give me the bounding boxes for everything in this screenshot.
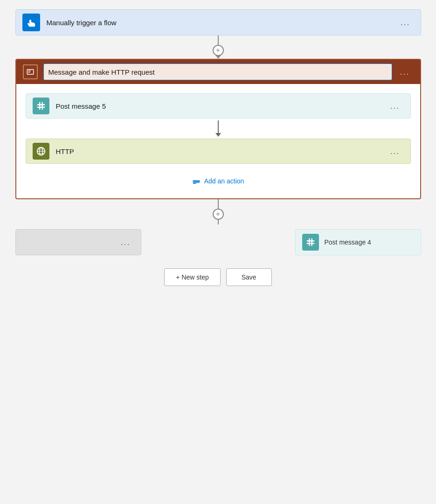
add-step-button-2[interactable]: + (213, 209, 224, 220)
teams-action-icon (33, 98, 49, 114)
http-label: HTTP (56, 147, 387, 155)
post-message-5-more-button[interactable]: ... (386, 99, 403, 113)
svg-rect-8 (193, 181, 200, 182)
http-action-icon (33, 143, 49, 160)
add-action-button[interactable]: Add an action (185, 173, 252, 189)
scope-icon (26, 68, 35, 76)
post-message-4-teams-icon (305, 237, 316, 247)
svg-rect-2 (28, 72, 30, 73)
scope-block: ... Post message 5 ... (15, 59, 421, 199)
scope-body: Post message 5 ... (16, 84, 420, 198)
inner-connector-arrow (215, 133, 221, 137)
hand-icon (26, 17, 36, 28)
svg-rect-1 (28, 70, 30, 71)
connector-1: + (213, 35, 224, 59)
trigger-icon (22, 14, 40, 31)
teams-icon (36, 101, 46, 111)
post-message-4-icon (302, 234, 319, 251)
bottom-area: ... Post message 4 (15, 229, 421, 255)
inner-connector (215, 120, 221, 137)
connector-line-2 (218, 199, 219, 209)
bottom-left-more-button[interactable]: ... (117, 236, 134, 249)
svg-rect-10 (193, 183, 196, 184)
new-step-button[interactable]: + New step (164, 268, 220, 286)
trigger-block: Manually trigger a flow ... (15, 9, 421, 35)
http-more-button[interactable]: ... (386, 145, 403, 158)
connector-2: + (213, 199, 224, 224)
trigger-label: Manually trigger a flow (47, 19, 397, 27)
svg-rect-9 (193, 182, 200, 183)
connector-arrow-1 (215, 55, 221, 59)
svg-rect-0 (27, 70, 34, 75)
scope-header: ... (16, 60, 420, 84)
scope-title-input[interactable] (43, 63, 393, 80)
scope-header-icon (23, 64, 38, 79)
footer-buttons: + New step Save (164, 268, 271, 286)
inner-connector-line (218, 120, 219, 133)
bottom-left-block: ... (15, 229, 141, 255)
add-action-icon (192, 177, 201, 185)
scope-more-button[interactable]: ... (396, 65, 413, 79)
add-action-label: Add an action (204, 177, 244, 185)
post-message-5-label: Post message 5 (56, 102, 387, 110)
http-block: HTTP ... (26, 139, 411, 164)
connector-line-1 (218, 35, 219, 45)
http-icon (36, 146, 46, 156)
add-step-button-1[interactable]: + (213, 45, 224, 56)
trigger-more-button[interactable]: ... (396, 16, 414, 29)
bottom-right-block: Post message 4 (295, 229, 421, 255)
connector-line-3 (218, 220, 219, 224)
post-message-4-label: Post message 4 (325, 238, 371, 246)
post-message-5-block: Post message 5 ... (26, 93, 411, 119)
save-button[interactable]: Save (226, 268, 272, 286)
